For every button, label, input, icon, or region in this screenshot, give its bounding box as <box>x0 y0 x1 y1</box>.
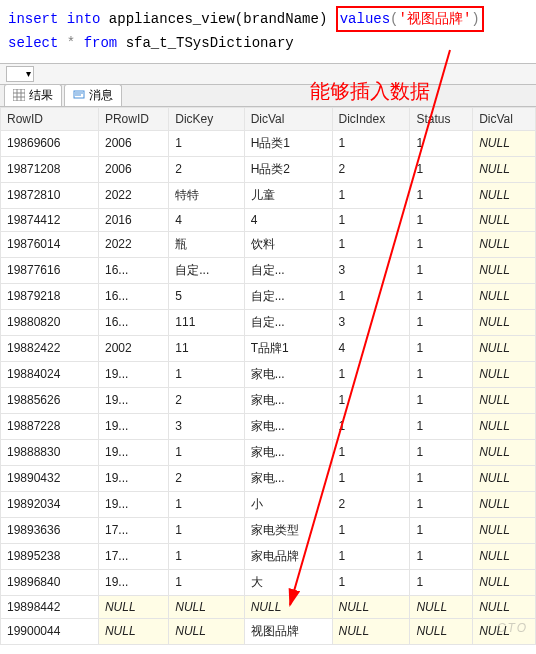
cell[interactable]: 家电... <box>244 387 332 413</box>
cell[interactable]: NULL <box>332 595 410 618</box>
cell[interactable]: 1 <box>410 257 473 283</box>
cell[interactable]: 17... <box>98 543 168 569</box>
col-header[interactable]: PRowID <box>98 107 168 130</box>
cell[interactable]: 1 <box>332 182 410 208</box>
cell[interactable]: NULL <box>473 543 536 569</box>
cell[interactable]: NULL <box>169 595 244 618</box>
cell[interactable]: 1 <box>332 231 410 257</box>
cell[interactable]: 19895238 <box>1 543 99 569</box>
cell[interactable]: NULL <box>473 309 536 335</box>
cell[interactable]: T品牌1 <box>244 335 332 361</box>
table-row[interactable]: 1988562619...2家电...11NULL <box>1 387 536 413</box>
cell[interactable]: 3 <box>332 257 410 283</box>
cell[interactable]: NULL <box>244 595 332 618</box>
cell[interactable]: NULL <box>473 335 536 361</box>
toolbar-combo[interactable]: ▾ <box>6 66 34 82</box>
table-row[interactable]: 1989043219...2家电...11NULL <box>1 465 536 491</box>
table-row[interactable]: 1989203419...1小21NULL <box>1 491 536 517</box>
cell[interactable]: 小 <box>244 491 332 517</box>
cell[interactable]: NULL <box>473 156 536 182</box>
cell[interactable]: NULL <box>473 413 536 439</box>
col-header[interactable]: DicVal <box>473 107 536 130</box>
cell[interactable]: 1 <box>332 387 410 413</box>
cell[interactable]: 1 <box>410 517 473 543</box>
cell[interactable]: 家电... <box>244 413 332 439</box>
cell[interactable]: 大 <box>244 569 332 595</box>
cell[interactable]: 19... <box>98 413 168 439</box>
cell[interactable]: 19872810 <box>1 182 99 208</box>
cell[interactable]: 1 <box>169 517 244 543</box>
cell[interactable]: 视图品牌 <box>244 618 332 644</box>
cell[interactable]: 19898442 <box>1 595 99 618</box>
cell[interactable]: 家电... <box>244 465 332 491</box>
cell[interactable]: 1 <box>332 208 410 231</box>
cell[interactable]: 1 <box>169 439 244 465</box>
cell[interactable]: 1 <box>169 569 244 595</box>
cell[interactable]: 1 <box>332 517 410 543</box>
col-header[interactable]: Status <box>410 107 473 130</box>
cell[interactable]: 家电类型 <box>244 517 332 543</box>
cell[interactable]: 2 <box>169 387 244 413</box>
cell[interactable]: NULL <box>473 231 536 257</box>
cell[interactable]: 1 <box>410 543 473 569</box>
cell[interactable]: 1 <box>332 543 410 569</box>
cell[interactable]: 家电... <box>244 439 332 465</box>
cell[interactable]: NULL <box>473 182 536 208</box>
cell[interactable]: 19... <box>98 491 168 517</box>
cell[interactable]: 4 <box>244 208 332 231</box>
cell[interactable]: 17... <box>98 517 168 543</box>
col-header[interactable]: DicIndex <box>332 107 410 130</box>
cell[interactable]: 1 <box>332 465 410 491</box>
cell[interactable]: 1 <box>332 283 410 309</box>
cell[interactable]: 19893636 <box>1 517 99 543</box>
table-row[interactable]: 1987921816...5自定...11NULL <box>1 283 536 309</box>
cell[interactable]: 19... <box>98 439 168 465</box>
cell[interactable]: 19896840 <box>1 569 99 595</box>
cell[interactable]: H品类1 <box>244 130 332 156</box>
cell[interactable]: 19871208 <box>1 156 99 182</box>
cell[interactable]: 2016 <box>98 208 168 231</box>
cell[interactable]: 4 <box>332 335 410 361</box>
table-row[interactable]: 1987761616...自定...自定...31NULL <box>1 257 536 283</box>
cell[interactable]: 1 <box>410 491 473 517</box>
table-row[interactable]: 198728102022特特儿童11NULL <box>1 182 536 208</box>
cell[interactable]: 16... <box>98 283 168 309</box>
cell[interactable]: 自定... <box>244 309 332 335</box>
cell[interactable]: NULL <box>473 130 536 156</box>
cell[interactable]: 2022 <box>98 231 168 257</box>
cell[interactable]: 19... <box>98 569 168 595</box>
cell[interactable]: 19869606 <box>1 130 99 156</box>
table-row[interactable]: 19900044NULLNULL视图品牌NULLNULLNULL <box>1 618 536 644</box>
cell[interactable]: NULL <box>473 439 536 465</box>
tab-results[interactable]: 结果 <box>4 84 62 106</box>
table-row[interactable]: 1988722819...3家电...11NULL <box>1 413 536 439</box>
cell[interactable]: 1 <box>169 130 244 156</box>
cell[interactable]: NULL <box>473 517 536 543</box>
table-row[interactable]: 198760142022瓶饮料11NULL <box>1 231 536 257</box>
cell[interactable]: 1 <box>410 208 473 231</box>
table-row[interactable]: 1987120820062H品类221NULL <box>1 156 536 182</box>
cell[interactable]: NULL <box>473 465 536 491</box>
table-row[interactable]: 1989684019...1大11NULL <box>1 569 536 595</box>
cell[interactable]: 2022 <box>98 182 168 208</box>
cell[interactable]: 11 <box>169 335 244 361</box>
table-row[interactable]: 19882422200211T品牌141NULL <box>1 335 536 361</box>
cell[interactable]: 1 <box>410 283 473 309</box>
col-header[interactable]: RowID <box>1 107 99 130</box>
cell[interactable]: 19879218 <box>1 283 99 309</box>
cell[interactable]: 瓶 <box>169 231 244 257</box>
cell[interactable]: 饮料 <box>244 231 332 257</box>
cell[interactable]: H品类2 <box>244 156 332 182</box>
cell[interactable]: 19... <box>98 387 168 413</box>
cell[interactable]: 1 <box>169 361 244 387</box>
cell[interactable]: 1 <box>410 156 473 182</box>
table-row[interactable]: 1987441220164411NULL <box>1 208 536 231</box>
cell[interactable]: 19884024 <box>1 361 99 387</box>
table-row[interactable]: 1989523817...1家电品牌11NULL <box>1 543 536 569</box>
cell[interactable]: 1 <box>410 387 473 413</box>
cell[interactable]: 2 <box>332 156 410 182</box>
cell[interactable]: 2 <box>169 465 244 491</box>
cell[interactable]: 家电... <box>244 361 332 387</box>
cell[interactable]: 1 <box>410 231 473 257</box>
cell[interactable]: 19888830 <box>1 439 99 465</box>
